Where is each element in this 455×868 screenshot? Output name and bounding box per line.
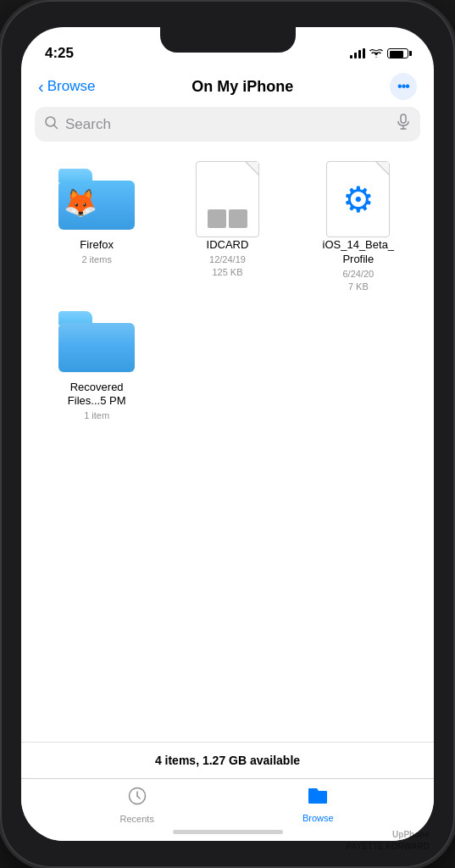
back-label: Browse (47, 78, 96, 95)
search-bar[interactable]: Search (35, 107, 420, 142)
firefox-folder-meta: 2 items (81, 253, 111, 266)
search-container: Search (21, 107, 434, 152)
files-content-area: 🦊 Firefox 2 items (21, 152, 434, 742)
tab-recents[interactable]: Recents (103, 786, 171, 824)
recents-tab-icon (127, 786, 147, 811)
back-button[interactable]: ‹ Browse (38, 77, 95, 97)
watermark-line2: PAYETTE FORWARD (346, 841, 430, 853)
microphone-icon[interactable] (397, 114, 410, 135)
files-grid: 🦊 Firefox 2 items (35, 159, 420, 430)
recovered-folder-icon (54, 308, 139, 376)
gear-icon: ⚙ (342, 179, 375, 220)
svg-line-7 (137, 796, 140, 798)
home-indicator (173, 830, 283, 834)
firefox-folder-name: Firefox (80, 238, 114, 253)
ios-profile-file-icon: ⚙ (316, 165, 401, 233)
tab-browse[interactable]: Browse (284, 787, 352, 823)
file-item-idcard[interactable]: IDCARD 12/24/19125 KB (165, 165, 289, 294)
idcard-file-meta: 12/24/19125 KB (209, 253, 246, 280)
browse-tab-icon (307, 787, 329, 810)
firefox-folder-icon: 🦊 (54, 165, 139, 233)
file-item-firefox[interactable]: 🦊 Firefox 2 items (35, 165, 158, 294)
ios-profile-file-meta: 6/24/207 KB (342, 268, 374, 294)
back-chevron-icon: ‹ (38, 77, 44, 97)
browse-tab-label: Browse (302, 813, 334, 823)
status-time: 4:25 (45, 45, 74, 62)
signal-icon (350, 48, 365, 58)
recovered-folder-meta: 1 item (84, 409, 109, 422)
recovered-folder-name: RecoveredFiles...5 PM (68, 381, 126, 409)
svg-line-1 (54, 125, 58, 128)
file-item-recovered[interactable]: RecoveredFiles...5 PM 1 item (35, 308, 158, 423)
navigation-bar: ‹ Browse On My iPhone ••• (21, 70, 434, 107)
ios-profile-file-name: iOS_14_Beta_Profile (323, 238, 395, 267)
file-item-ios-profile[interactable]: ⚙ iOS_14_Beta_Profile 6/24/207 KB (297, 165, 420, 294)
phone-frame: 4:25 (0, 0, 455, 868)
idcard-file-icon (185, 165, 269, 233)
notch (160, 27, 296, 53)
search-icon (45, 116, 58, 133)
search-placeholder: Search (65, 116, 390, 133)
phone-screen: 4:25 (21, 27, 434, 841)
bottom-status-bar: 4 items, 1.27 GB available (21, 742, 434, 778)
svg-rect-2 (401, 114, 406, 123)
page-title: On My iPhone (191, 78, 293, 96)
battery-icon (387, 48, 410, 58)
recents-tab-label: Recents (120, 814, 154, 824)
ellipsis-icon: ••• (397, 79, 409, 94)
status-icons (350, 47, 410, 60)
idcard-file-name: IDCARD (207, 238, 249, 253)
wifi-icon (369, 47, 383, 60)
storage-status: 4 items, 1.27 GB available (155, 754, 300, 767)
more-button[interactable]: ••• (390, 73, 417, 100)
